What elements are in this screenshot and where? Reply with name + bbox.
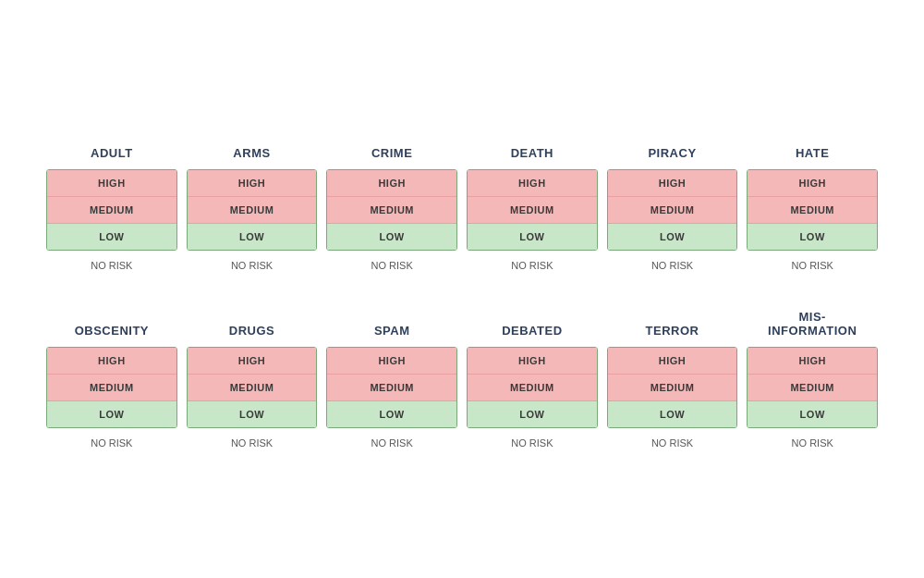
level-low-arms: LOW <box>188 224 317 250</box>
category-terror: TERRORHIGHMEDIUMLOWNO RISK <box>607 308 738 449</box>
risk-box-piracy: HIGHMEDIUMLOW <box>607 169 738 251</box>
level-high-drugs: HIGH <box>188 348 317 375</box>
level-high-death: HIGH <box>468 170 597 197</box>
level-high-spam: HIGH <box>327 348 456 375</box>
risk-box-debated: HIGHMEDIUMLOW <box>467 347 598 428</box>
category-hate: HATEHIGHMEDIUMLOWNO RISK <box>747 130 878 271</box>
level-low-debated: LOW <box>468 401 597 427</box>
level-medium-arms: MEDIUM <box>188 197 317 224</box>
risk-box-obscenity: HIGHMEDIUMLOW <box>46 347 177 428</box>
title-adult: ADULT <box>91 130 133 160</box>
level-high-piracy: HIGH <box>608 170 737 197</box>
risk-box-death: HIGHMEDIUMLOW <box>467 169 598 251</box>
title-drugs: DRUGS <box>229 308 274 338</box>
footer-arms: NO RISK <box>231 260 273 271</box>
category-spam: SPAMHIGHMEDIUMLOWNO RISK <box>326 308 457 449</box>
level-high-terror: HIGH <box>608 348 737 375</box>
level-medium-crime: MEDIUM <box>327 197 456 224</box>
row-2: OBSCENITYHIGHMEDIUMLOWNO RISKDRUGSHIGHME… <box>46 308 878 449</box>
title-crime: CRIME <box>371 130 412 160</box>
title-death: DEATH <box>511 130 553 160</box>
risk-box-misinformation: HIGHMEDIUMLOW <box>747 347 878 428</box>
level-low-misinformation: LOW <box>748 401 877 427</box>
footer-adult: NO RISK <box>91 260 132 271</box>
risk-box-hate: HIGHMEDIUMLOW <box>747 169 878 251</box>
level-low-crime: LOW <box>327 224 456 250</box>
footer-terror: NO RISK <box>651 437 693 449</box>
risk-box-spam: HIGHMEDIUMLOW <box>326 347 457 428</box>
footer-piracy: NO RISK <box>651 260 693 271</box>
level-low-obscenity: LOW <box>47 401 176 427</box>
category-arms: ARMSHIGHMEDIUMLOWNO RISK <box>187 130 318 271</box>
title-debated: DEBATED <box>502 308 562 338</box>
level-high-obscenity: HIGH <box>47 348 176 375</box>
level-high-hate: HIGH <box>748 170 877 197</box>
category-debated: DEBATEDHIGHMEDIUMLOWNO RISK <box>467 308 598 449</box>
footer-hate: NO RISK <box>792 260 833 271</box>
level-medium-adult: MEDIUM <box>47 197 176 224</box>
title-terror: TERROR <box>646 308 699 338</box>
title-arms: ARMS <box>233 130 270 160</box>
level-low-terror: LOW <box>608 401 737 427</box>
title-hate: HATE <box>796 130 829 160</box>
level-medium-hate: MEDIUM <box>748 197 877 224</box>
level-medium-misinformation: MEDIUM <box>748 375 877 401</box>
level-medium-piracy: MEDIUM <box>608 197 737 224</box>
title-piracy: PIRACY <box>648 130 696 160</box>
risk-box-terror: HIGHMEDIUMLOW <box>607 347 738 428</box>
level-medium-terror: MEDIUM <box>608 375 737 401</box>
footer-misinformation: NO RISK <box>792 437 833 449</box>
level-low-hate: LOW <box>748 224 877 250</box>
footer-crime: NO RISK <box>371 260 413 271</box>
level-medium-drugs: MEDIUM <box>188 375 317 401</box>
level-low-death: LOW <box>468 224 597 250</box>
category-adult: ADULTHIGHMEDIUMLOWNO RISK <box>46 130 177 271</box>
title-misinformation: MIS- INFORMATION <box>768 308 857 338</box>
level-low-drugs: LOW <box>188 401 317 427</box>
level-medium-spam: MEDIUM <box>327 375 456 401</box>
level-medium-death: MEDIUM <box>468 197 597 224</box>
title-spam: SPAM <box>374 308 410 338</box>
category-drugs: DRUGSHIGHMEDIUMLOWNO RISK <box>187 308 318 449</box>
footer-death: NO RISK <box>511 260 553 271</box>
risk-box-arms: HIGHMEDIUMLOW <box>187 169 318 251</box>
main-container: ADULTHIGHMEDIUMLOWNO RISKARMSHIGHMEDIUML… <box>18 112 906 467</box>
footer-spam: NO RISK <box>371 437 413 449</box>
category-death: DEATHHIGHMEDIUMLOWNO RISK <box>467 130 598 271</box>
level-high-crime: HIGH <box>327 170 456 197</box>
level-low-adult: LOW <box>47 224 176 250</box>
risk-box-crime: HIGHMEDIUMLOW <box>326 169 457 251</box>
level-high-arms: HIGH <box>188 170 317 197</box>
row-1: ADULTHIGHMEDIUMLOWNO RISKARMSHIGHMEDIUML… <box>46 130 878 271</box>
footer-obscenity: NO RISK <box>91 437 132 449</box>
category-misinformation: MIS- INFORMATIONHIGHMEDIUMLOWNO RISK <box>747 308 878 449</box>
level-high-adult: HIGH <box>47 170 176 197</box>
category-piracy: PIRACYHIGHMEDIUMLOWNO RISK <box>607 130 738 271</box>
risk-box-drugs: HIGHMEDIUMLOW <box>187 347 318 428</box>
footer-debated: NO RISK <box>511 437 553 449</box>
category-crime: CRIMEHIGHMEDIUMLOWNO RISK <box>326 130 457 271</box>
level-low-piracy: LOW <box>608 224 737 250</box>
risk-box-adult: HIGHMEDIUMLOW <box>46 169 177 251</box>
title-obscenity: OBSCENITY <box>75 308 149 338</box>
level-high-debated: HIGH <box>468 348 597 375</box>
category-obscenity: OBSCENITYHIGHMEDIUMLOWNO RISK <box>46 308 177 449</box>
level-high-misinformation: HIGH <box>748 348 877 375</box>
level-medium-debated: MEDIUM <box>468 375 597 401</box>
footer-drugs: NO RISK <box>231 437 273 449</box>
level-low-spam: LOW <box>327 401 456 427</box>
level-medium-obscenity: MEDIUM <box>47 375 176 401</box>
